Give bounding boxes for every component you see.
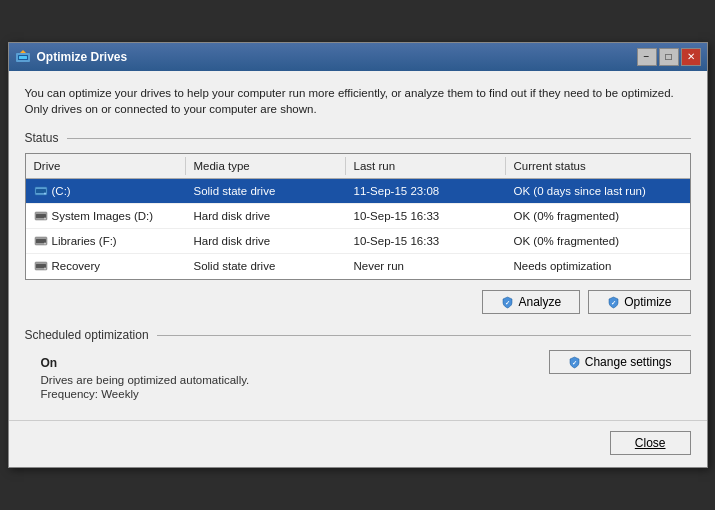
table-row[interactable]: Recovery Solid state drive Never run Nee… [26, 254, 690, 278]
status-cell: OK (0% fragmented) [506, 231, 690, 251]
title-buttons: − □ ✕ [637, 48, 701, 66]
table-row[interactable]: System Images (D:) Hard disk drive 10-Se… [26, 204, 690, 229]
drive-icon [34, 184, 48, 198]
drive-cell: Libraries (F:) [26, 231, 186, 251]
drive-cell: Recovery [26, 256, 186, 276]
status-divider [67, 138, 691, 139]
analyze-shield-icon: ✓ [501, 296, 514, 309]
table-header: Drive Media type Last run Current status [26, 154, 690, 179]
media-type-cell: Solid state drive [186, 256, 346, 276]
table-row[interactable]: (C:) Solid state drive 11-Sep-15 23:08 O… [26, 179, 690, 204]
optimize-shield-icon: ✓ [607, 296, 620, 309]
drive-icon [34, 259, 48, 273]
status-cell: OK (0% fragmented) [506, 206, 690, 226]
last-run-cell: Never run [346, 256, 506, 276]
drive-icon [34, 234, 48, 248]
drives-table: Drive Media type Last run Current status [25, 153, 691, 280]
drive-icon [34, 209, 48, 223]
svg-point-12 [44, 243, 46, 245]
main-content: You can optimize your drives to help you… [9, 71, 707, 416]
scheduled-header: Scheduled optimization [25, 328, 691, 342]
last-run-cell: 10-Sep-15 16:33 [346, 231, 506, 251]
scheduled-status: On [41, 356, 250, 370]
window-title: Optimize Drives [37, 50, 128, 64]
svg-rect-8 [36, 214, 46, 218]
svg-rect-11 [36, 239, 46, 243]
media-type-cell: Solid state drive [186, 181, 346, 201]
title-bar: Optimize Drives − □ ✕ [9, 43, 707, 71]
scheduled-description: Drives are being optimized automatically… [41, 374, 250, 386]
optimize-drives-window: Optimize Drives − □ ✕ You can optimize y… [8, 42, 708, 468]
close-button[interactable]: Close [610, 431, 691, 455]
drive-cell: System Images (D:) [26, 206, 186, 226]
svg-rect-5 [36, 189, 46, 193]
status-cell: Needs optimization [506, 256, 690, 276]
footer: Close [9, 420, 707, 467]
settings-shield-icon: ✓ [568, 356, 581, 369]
scheduled-section: Scheduled optimization On Drives are bei… [25, 328, 691, 402]
window-close-button[interactable]: ✕ [681, 48, 701, 66]
col-status: Current status [506, 157, 690, 175]
col-media-type: Media type [186, 157, 346, 175]
scheduled-row: On Drives are being optimized automatica… [25, 350, 691, 402]
svg-point-9 [44, 218, 46, 220]
table-body: (C:) Solid state drive 11-Sep-15 23:08 O… [26, 179, 690, 279]
status-section-header: Status [25, 131, 691, 145]
col-last-run: Last run [346, 157, 506, 175]
status-cell: OK (0 days since last run) [506, 181, 690, 201]
restore-button[interactable]: □ [659, 48, 679, 66]
svg-rect-2 [19, 56, 27, 59]
optimize-button[interactable]: ✓ Optimize [588, 290, 690, 314]
svg-rect-14 [36, 264, 46, 268]
last-run-cell: 11-Sep-15 23:08 [346, 181, 506, 201]
minimize-button[interactable]: − [637, 48, 657, 66]
window-icon [15, 49, 31, 65]
media-type-cell: Hard disk drive [186, 231, 346, 251]
scheduled-label: Scheduled optimization [25, 328, 149, 342]
scheduled-divider [157, 335, 691, 336]
last-run-cell: 10-Sep-15 16:33 [346, 206, 506, 226]
description-text: You can optimize your drives to help you… [25, 85, 691, 117]
svg-text:✓: ✓ [505, 300, 510, 306]
drive-cell: (C:) [26, 181, 186, 201]
status-label: Status [25, 131, 59, 145]
title-bar-left: Optimize Drives [15, 49, 128, 65]
svg-marker-3 [20, 50, 26, 53]
scheduled-content: On Drives are being optimized automatica… [25, 356, 250, 402]
media-type-cell: Hard disk drive [186, 206, 346, 226]
svg-text:✓: ✓ [611, 300, 616, 306]
change-settings-button[interactable]: ✓ Change settings [549, 350, 691, 374]
table-row[interactable]: Libraries (F:) Hard disk drive 10-Sep-15… [26, 229, 690, 254]
scheduled-frequency: Frequency: Weekly [41, 388, 250, 400]
svg-point-15 [44, 268, 46, 270]
col-drive: Drive [26, 157, 186, 175]
analyze-button[interactable]: ✓ Analyze [482, 290, 580, 314]
svg-point-6 [44, 193, 46, 195]
svg-text:✓: ✓ [572, 360, 577, 366]
action-buttons: ✓ Analyze ✓ Optimize [25, 290, 691, 314]
